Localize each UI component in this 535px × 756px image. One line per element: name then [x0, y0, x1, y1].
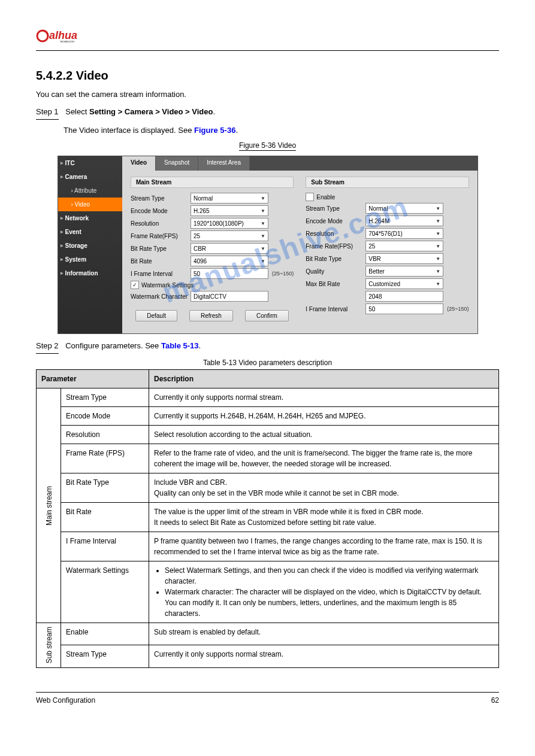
sub-encode-mode-select[interactable]: H.264M▼ [365, 215, 443, 226]
chevron-right-icon: ▸ [61, 215, 64, 221]
sub-resolution-label: Resolution [306, 230, 365, 237]
sub-stream-column: Sub Stream Enable Stream TypeNormal▼ Enc… [306, 177, 468, 321]
chevron-down-icon: ▼ [436, 231, 440, 236]
chevron-down-icon: ▼ [261, 221, 265, 226]
chevron-right-icon: ▸ [61, 256, 64, 262]
settings-sidebar: ▸ITC▸Camera› Attribute› Video▸Network▸Ev… [58, 156, 122, 333]
video-settings-panel: ▸ITC▸Camera› Attribute› Video▸Network▸Ev… [58, 156, 478, 334]
sub-frame-rate-label: Frame Rate(FPS) [306, 243, 365, 250]
watermark-char-label: Watermark Character [131, 293, 191, 300]
param-description: Select resolution according to the actua… [149, 426, 499, 444]
refresh-button[interactable]: Refresh [189, 310, 233, 321]
step-2: Step 2 Configure parameters. See Table 5… [36, 340, 499, 354]
col-header-description: Description [149, 370, 499, 388]
param-description: P frame quantity between two I frames, t… [149, 532, 499, 561]
figure-link[interactable]: Figure 5-36 [194, 126, 235, 135]
table-link[interactable]: Table 5-13 [161, 341, 199, 350]
table-row: Frame Rate (FPS)Refer to the frame rate … [37, 444, 499, 473]
logo-header: alhua TECHNOLOGY [36, 24, 499, 51]
encode-mode-select[interactable]: H.265▼ [191, 205, 268, 216]
sidebar-item-information[interactable]: ▸Information [58, 266, 122, 280]
chevron-down-icon: ▼ [436, 206, 440, 211]
bit-rate-type-select[interactable]: CBR▼ [191, 243, 268, 254]
table-row: ResolutionSelect resolution according to… [37, 426, 499, 444]
sub-bit-rate-type-select[interactable]: VBR▼ [365, 253, 443, 264]
quality-select[interactable]: Better▼ [365, 266, 443, 277]
sub-iframe-input[interactable]: 50 [365, 303, 443, 314]
chevron-down-icon: ▼ [436, 256, 440, 262]
table-row: Sub streamEnableSub stream is enabled by… [37, 623, 499, 645]
param-description: Currently it only supports normal stream… [149, 388, 499, 407]
confirm-button[interactable]: Confirm [245, 310, 289, 321]
page-footer: Web Configuration 62 [36, 692, 499, 705]
param-name: Resolution [61, 426, 149, 444]
iframe-range: (25~150) [272, 271, 294, 277]
resolution-label: Resolution [131, 220, 191, 227]
stream-type-label: Stream Type [131, 195, 191, 202]
brand-logo: alhua TECHNOLOGY [36, 24, 108, 48]
stream-type-select[interactable]: Normal▼ [191, 193, 268, 204]
max-bit-rate-label: Max Bit Rate [306, 281, 365, 287]
step-1-detail: The Video interface is displayed. See Fi… [36, 125, 499, 137]
param-name: Watermark Settings [61, 561, 149, 623]
sub-frame-rate-select[interactable]: 25▼ [365, 241, 443, 251]
watermark-checkbox[interactable]: ✓ [131, 281, 139, 289]
chevron-down-icon: ▼ [436, 218, 440, 224]
default-button[interactable]: Default [135, 310, 177, 321]
max-bit-rate-input[interactable]: 2048 [365, 291, 443, 302]
chevron-right-icon: ▸ [61, 270, 64, 276]
main-panel: VideoSnapshotInterest Area Main Stream S… [122, 156, 477, 333]
group-label: Sub stream [37, 623, 61, 667]
max-bit-rate-select[interactable]: Customized▼ [365, 278, 443, 289]
chevron-right-icon: ▸ [61, 229, 64, 235]
table-row: Bit RateThe value is the upper limit of … [37, 503, 499, 532]
sidebar-item-itc[interactable]: ▸ITC [58, 156, 122, 170]
sidebar-item-camera[interactable]: ▸Camera [58, 170, 122, 184]
bit-rate-select[interactable]: 4096▼ [191, 256, 268, 266]
tab-interest-area[interactable]: Interest Area [198, 156, 250, 171]
tab-bar: VideoSnapshotInterest Area [122, 156, 477, 171]
tab-video[interactable]: Video [122, 156, 156, 171]
param-name: I Frame Interval [61, 532, 149, 561]
frame-rate-label: Frame Rate(FPS) [131, 233, 191, 239]
resolution-select[interactable]: 1920*1080(1080P)▼ [191, 218, 268, 229]
sidebar-item-storage[interactable]: ▸Storage [58, 239, 122, 253]
param-name: Frame Rate (FPS) [61, 444, 149, 473]
param-description: Currently it only supports normal stream… [149, 645, 499, 667]
sub-stream-type-select[interactable]: Normal▼ [365, 203, 443, 214]
param-name: Enable [61, 623, 149, 645]
enable-checkbox[interactable] [306, 193, 314, 201]
sidebar-item-network[interactable]: ▸Network [58, 211, 122, 225]
parameter-table: Parameter Description Main streamStream … [36, 369, 499, 667]
chevron-down-icon: ▼ [261, 196, 265, 201]
param-description: Refer to the frame rate of video, and th… [149, 444, 499, 473]
tab-snapshot[interactable]: Snapshot [156, 156, 198, 171]
param-description: The value is the upper limit of the stre… [149, 503, 499, 532]
chevron-right-icon: ▸ [61, 174, 64, 180]
param-description: Include VBR and CBR.Quality can only be … [149, 473, 499, 503]
sidebar-item-system[interactable]: ▸System [58, 253, 122, 266]
table-row: Main streamStream TypeCurrently it only … [37, 388, 499, 407]
bit-rate-type-label: Bit Rate Type [131, 245, 191, 252]
main-stream-column: Main Stream Stream TypeNormal▼ Encode Mo… [131, 177, 294, 321]
sidebar-item-attribute[interactable]: › Attribute [58, 184, 122, 198]
sidebar-item-video[interactable]: › Video [58, 198, 122, 211]
table-row: Bit Rate TypeInclude VBR and CBR.Quality… [37, 473, 499, 503]
group-label: Main stream [37, 388, 61, 623]
sub-encode-mode-label: Encode Mode [306, 218, 365, 224]
footer-left: Web Configuration [36, 696, 95, 705]
frame-rate-select[interactable]: 25▼ [191, 230, 268, 241]
sub-stream-type-label: Stream Type [306, 205, 365, 212]
sidebar-item-event[interactable]: ▸Event [58, 225, 122, 239]
svg-text:alhua: alhua [49, 29, 77, 41]
sub-iframe-label: I Frame Interval [306, 306, 365, 312]
iframe-input[interactable]: 50 [191, 268, 268, 279]
step-label: Step 1 [36, 106, 59, 120]
chevron-right-icon: ▸ [61, 242, 64, 248]
chevron-down-icon: ▼ [436, 269, 440, 274]
sub-resolution-select[interactable]: 704*576(D1)▼ [365, 228, 443, 239]
step-1: Step 1 Select Setting > Camera > Video >… [36, 106, 499, 120]
table-row: Encode ModeCurrently it supports H.264B,… [37, 407, 499, 426]
watermark-char-input[interactable]: DigitalCCTV [191, 291, 268, 302]
watermark-settings-label: Watermark Settings [141, 282, 194, 289]
